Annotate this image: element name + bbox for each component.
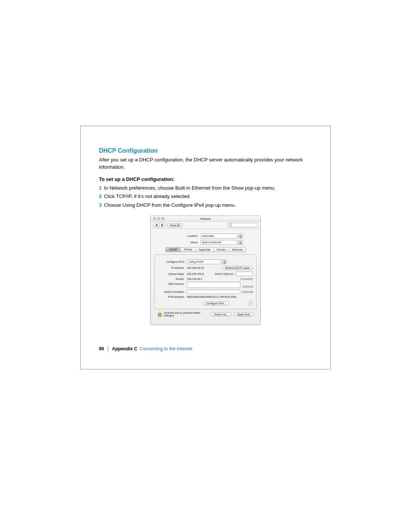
chevron-updown-icon[interactable]: ▲▼: [238, 240, 243, 245]
section-title: DHCP Configuration: [99, 147, 312, 154]
location-select[interactable]: Automatic: [201, 233, 237, 238]
tab-tcpip[interactable]: TCP/IP: [166, 248, 181, 252]
show-label: Show:: [169, 241, 201, 244]
configure-ipv4-select[interactable]: Using DHCP: [187, 259, 221, 264]
assist-me-button[interactable]: Assist me...: [211, 312, 231, 316]
subhead: To set up a DHCP configuration:: [99, 176, 312, 182]
forward-button[interactable]: ▶: [159, 223, 165, 227]
appendix-label: Appendix C: [112, 346, 137, 351]
document-page: DHCP Configuration After you set up a DH…: [80, 126, 331, 369]
tab-appletalk[interactable]: AppleTalk: [196, 248, 213, 252]
step-1: 1In Network preferences, choose Built-in…: [99, 184, 312, 192]
step-2: 2Click TCP/IP, if it's not already selec…: [99, 193, 312, 201]
search-icon: [229, 224, 232, 227]
router-value: 198.168.40.1: [187, 278, 202, 280]
steps-list: 1In Network preferences, choose Built-in…: [99, 184, 312, 209]
chevron-updown-icon[interactable]: ▲▼: [238, 233, 243, 238]
window-titlebar: Network: [151, 216, 260, 222]
tabs: TCP/IP PPPoE AppleTalk Proxies Ethernet: [155, 247, 256, 252]
show-all-button[interactable]: Show All: [167, 223, 183, 227]
subnet-mask-value: 255.255.252.0: [187, 273, 204, 275]
window-body: Location: Automatic ▲▼ Show: Built-in Et…: [151, 229, 260, 324]
chapter-link: Connecting to the Internet: [140, 346, 192, 351]
chevron-updown-icon[interactable]: ▲▼: [222, 259, 227, 264]
tcpip-panel: Configure IPv4: Using DHCP ▲▼ IP Address…: [155, 254, 256, 309]
ipv6-address-value: fe80:0000:0000:0000:0211:24ff:fe35:305e: [187, 296, 236, 298]
dns-servers-label: DNS Servers:: [158, 282, 187, 285]
dhcp-client-id-label: DHCP Client ID:: [215, 273, 234, 275]
client-id-hint: (If required): [240, 278, 253, 280]
window-footer: Click the lock to prevent further change…: [155, 309, 256, 321]
dhcp-client-id-input[interactable]: [236, 272, 253, 276]
back-button[interactable]: ◀: [153, 223, 159, 227]
search-domains-input[interactable]: [187, 289, 241, 294]
page-footer: 90 Appendix C Connecting to the Internet: [99, 346, 312, 351]
location-label: Location:: [169, 235, 201, 237]
help-button[interactable]: ?: [248, 300, 253, 306]
domains-hint: (Optional): [242, 291, 253, 293]
renew-dhcp-button[interactable]: Renew DHCP Lease: [222, 266, 253, 270]
configure-ipv4-label: Configure IPv4:: [158, 260, 187, 263]
apply-now-button[interactable]: Apply Now: [234, 312, 253, 316]
configure-ipv6-button[interactable]: Configure IPv6...: [203, 301, 229, 305]
ipv6-address-label: IPv6 Address:: [158, 296, 187, 298]
footer-divider: [108, 346, 108, 351]
dns-servers-input[interactable]: [187, 282, 241, 288]
network-preferences-window: Network ◀ ▶ Show All Location: Automatic…: [150, 216, 261, 325]
intro-text: After you set up a DHCP configuration, t…: [99, 157, 312, 171]
tab-proxies[interactable]: Proxies: [214, 248, 229, 252]
ip-address-value: 192.168.40.33: [187, 267, 204, 269]
dns-hint: (Optional): [242, 285, 253, 288]
step-3: 3Choose Using DHCP from the Configure IP…: [99, 201, 312, 209]
tab-ethernet[interactable]: Ethernet: [229, 248, 245, 252]
page-number: 90: [99, 346, 104, 351]
lock-text: Click the lock to prevent further change…: [164, 312, 209, 317]
search-domains-label: Search Domains:: [158, 291, 187, 293]
nav-segment: ◀ ▶: [153, 223, 166, 227]
tab-pppoe[interactable]: PPPoE: [181, 248, 196, 252]
show-select[interactable]: Built-in Ethernet: [201, 240, 237, 245]
lock-icon[interactable]: [158, 312, 161, 316]
ip-address-label: IP Address:: [158, 267, 187, 269]
toolbar: ◀ ▶ Show All: [151, 222, 260, 229]
router-label: Router:: [158, 278, 187, 280]
subnet-mask-label: Subnet Mask:: [158, 273, 187, 275]
search-field[interactable]: [227, 223, 258, 227]
window-title: Network: [151, 217, 260, 220]
